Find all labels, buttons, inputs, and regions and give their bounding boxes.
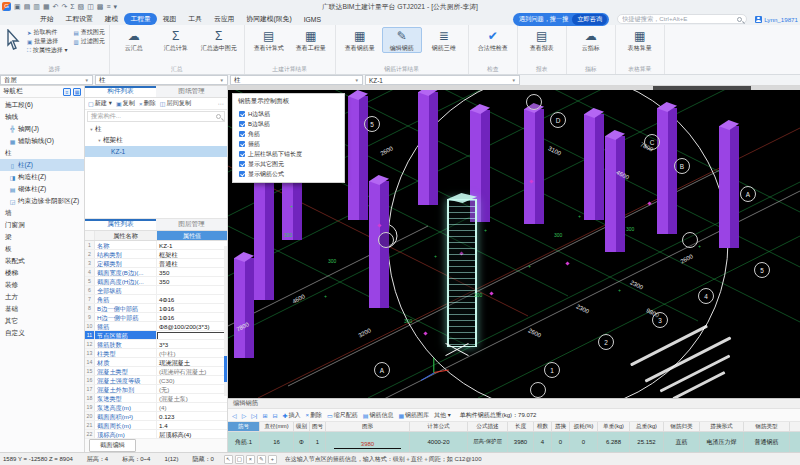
shortcut-search-input[interactable]: 快捷键搜索，Ctrl+Alt+E	[617, 14, 747, 24]
property-row-名称[interactable]: 1名称KZ-1	[85, 241, 227, 250]
sidebar-item-楼梯[interactable]: 楼梯	[0, 267, 84, 279]
editor-toolbar-其他 ▾[interactable]: 其他 ▾	[434, 411, 451, 420]
property-row-B边一侧中部筋[interactable]: 8B边一侧中部筋1Φ16	[85, 304, 227, 313]
sidebar-item-约束边缘非阴影区(Z)[interactable]: ◲约束边缘非阴影区(Z)	[0, 195, 84, 207]
component-toolbar-新建[interactable]: ▢新建 ▾	[88, 99, 112, 108]
property-row-材质[interactable]: 14材质现浇混凝土	[85, 358, 227, 367]
ribbon-button-钢筋三维[interactable]: ≣钢筋三维	[424, 27, 464, 53]
property-row-截面宽度(B边)(...[interactable]: 4截面宽度(B边)(...350	[85, 268, 227, 277]
filter-combo-1[interactable]: 柱▼	[95, 75, 228, 85]
checkbox-checked-icon[interactable]	[239, 131, 245, 137]
quick-access-icon[interactable]: ▤	[24, 3, 31, 11]
sidebar-item-基础[interactable]: 基础	[0, 303, 84, 315]
property-row-混凝土强度等级[interactable]: 16混凝土强度等级(C30)	[85, 376, 227, 385]
property-row-泵送高度(m)[interactable]: 19泵送高度(m)(4)	[85, 403, 227, 412]
concrete-column-3d[interactable]	[348, 96, 368, 220]
quick-access-icon[interactable]: ▩	[97, 3, 104, 11]
sidebar-item-柱(Z)[interactable]: ▯柱(Z)	[0, 159, 84, 171]
editor-toolbar-钢筋图库[interactable]: ▦钢筋图库	[398, 411, 429, 420]
checkbox-checked-icon[interactable]	[239, 121, 245, 127]
sidebar-item-辅助轴线(O)[interactable]: ▦辅助轴线(O)	[0, 135, 84, 147]
tab-layer-management[interactable]: 图层管理	[156, 219, 227, 230]
property-row-泵送类型[interactable]: 18泵送类型(混凝土泵)	[85, 394, 227, 403]
sidebar-item-构造柱(Z)[interactable]: ◨构造柱(Z)	[0, 171, 84, 183]
editor-toolbar-删除[interactable]: ×删除	[306, 411, 323, 420]
filter-combo-0[interactable]: 首层▼	[0, 75, 93, 85]
sidebar-item-土方[interactable]: 土方	[0, 291, 84, 303]
quick-access-icon[interactable]: ↷	[61, 3, 67, 11]
tab-component-list[interactable]: 构件列表	[85, 86, 156, 97]
editor-toolbar-钢筋信息[interactable]: ▤钢筋信息	[363, 411, 394, 420]
component-toolbar-删除[interactable]: ×删除	[139, 99, 156, 108]
menu-tab-工程量[interactable]: 工程量	[124, 13, 156, 25]
menu-tab-协同建模(限免)[interactable]: 协同建模(限免)	[240, 13, 297, 25]
editor-toolbar-⊟[interactable]: ⊟	[272, 412, 277, 419]
concrete-column-3d[interactable]	[584, 114, 604, 220]
checkbox-checked-icon[interactable]	[239, 151, 245, 157]
tab-drawing-management[interactable]: 图纸管理	[156, 86, 227, 97]
tab-property-list[interactable]: 属性列表	[85, 219, 156, 230]
menu-tab-工程设置[interactable]: 工程设置	[60, 13, 99, 25]
quick-access-icon[interactable]: ▥	[33, 3, 40, 11]
checkbox-checked-icon[interactable]	[239, 161, 245, 167]
select-tool-按属性选择[interactable]: ⛶按属性选择 ▾	[27, 46, 68, 55]
select-tool-icon[interactable]	[4, 29, 22, 51]
concrete-column-3d[interactable]	[254, 174, 274, 300]
editor-toolbar-◁[interactable]: ◁	[232, 412, 237, 419]
selected-column-rebar-wireframe[interactable]	[447, 199, 477, 347]
property-row-节点区箍筋[interactable]: 11节点区箍筋	[85, 331, 227, 340]
sidebar-item-轴网(J)[interactable]: ╬轴网(J)	[0, 123, 84, 135]
editor-toolbar-▷|[interactable]: ▷|	[251, 412, 257, 419]
ribbon-button-汇总计算[interactable]: Σ汇总计算	[156, 27, 196, 53]
component-toolbar-层间复制[interactable]: ◫层间复制	[160, 99, 191, 108]
property-row-箍筋[interactable]: 10箍筋Φ8@100/200(3*3)	[85, 322, 227, 331]
concrete-column-3d[interactable]	[418, 92, 438, 205]
concrete-column-3d[interactable]	[605, 136, 625, 252]
ribbon-button-查看报表[interactable]: ▤查看报表	[522, 27, 562, 53]
menu-tab-开始[interactable]: 开始	[34, 13, 60, 25]
rebar-option-B边纵筋[interactable]: B边纵筋	[233, 119, 344, 129]
rebar-option-H边纵筋[interactable]: H边纵筋	[233, 109, 344, 119]
rebar-editor-tab[interactable]: 编辑钢筋	[228, 399, 800, 409]
ribbon-button-查看计算式[interactable]: ▤查看计算式	[249, 27, 289, 53]
ribbon-button-合法性检查[interactable]: ✔合法性检查	[473, 27, 513, 53]
sidebar-item-墙[interactable]: 墙	[0, 207, 84, 219]
rebar-option-箍筋[interactable]: 箍筋	[233, 139, 344, 149]
user-account[interactable]: Lynn_19871	[755, 16, 798, 23]
concrete-column-3d[interactable]	[524, 109, 544, 224]
property-row-截面周长(m)[interactable]: 21截面周长(m)1.4	[85, 421, 227, 430]
checkbox-checked-icon[interactable]	[239, 141, 245, 147]
sidebar-item-门窗洞[interactable]: 门窗洞	[0, 219, 84, 231]
more-icon[interactable]: ⋯	[218, 100, 224, 107]
find-tool-查找图元[interactable]: ▤查找图元	[74, 28, 105, 37]
property-row-混凝土外加剂[interactable]: 17混凝土外加剂(无)	[85, 385, 227, 394]
property-row-顶标高(m)[interactable]: 22顶标高(m)层顶标高(4)	[85, 430, 227, 439]
concrete-column-3d[interactable]	[234, 258, 254, 358]
ribbon-button-编辑钢筋[interactable]: ✎编辑钢筋	[382, 27, 422, 53]
property-scrollbar[interactable]	[224, 246, 227, 396]
property-row-H边一侧中部筋[interactable]: 9H边一侧中部筋1Φ16	[85, 313, 227, 322]
property-row-柱类型[interactable]: 13柱类型(中柱)	[85, 349, 227, 358]
editor-toolbar-▷[interactable]: ▷	[242, 412, 247, 419]
ribbon-button-表格算量[interactable]: ▦表格算量	[620, 27, 660, 53]
consult-now-button[interactable]: 立即咨询	[572, 14, 607, 25]
quick-access-icon[interactable]: ▣	[14, 3, 21, 11]
sidebar-item-板[interactable]: 板	[0, 243, 84, 255]
ribbon-button-查看钢筋量[interactable]: ▦查看钢筋量	[340, 27, 380, 53]
sidebar-item-施工段(6)[interactable]: 施工段(6)	[0, 99, 84, 111]
select-tool-拾取构件[interactable]: ➤拾取构件	[27, 28, 68, 37]
menu-tab-云应用[interactable]: 云应用	[208, 13, 240, 25]
sidebar-item-装配式[interactable]: 装配式	[0, 255, 84, 267]
property-row-全部纵筋[interactable]: 6全部纵筋	[85, 286, 227, 295]
ribbon-button-云指标[interactable]: ☁云指标	[571, 27, 611, 53]
node-stirrup-input[interactable]	[157, 332, 227, 339]
help-promo-banner[interactable]: 遇到问题，搜一搜 立即咨询	[513, 13, 609, 26]
quick-access-icon[interactable]: ▦	[43, 3, 50, 11]
checkbox-checked-icon[interactable]	[239, 171, 245, 177]
property-row-截面高度(H边)(...[interactable]: 5截面高度(H边)(...350	[85, 277, 227, 286]
property-row-混凝土类型[interactable]: 15混凝土类型(现浇碎石混凝土)	[85, 367, 227, 376]
rebar-option-上层柱纵筋下锚长度[interactable]: 上层柱纵筋下锚长度	[233, 149, 344, 159]
property-row-截面面积(m²)[interactable]: 20截面面积(m²)0.123	[85, 412, 227, 421]
viewport-hscrollbar[interactable]	[228, 86, 800, 90]
quick-access-icon[interactable]: ▧	[78, 3, 85, 11]
